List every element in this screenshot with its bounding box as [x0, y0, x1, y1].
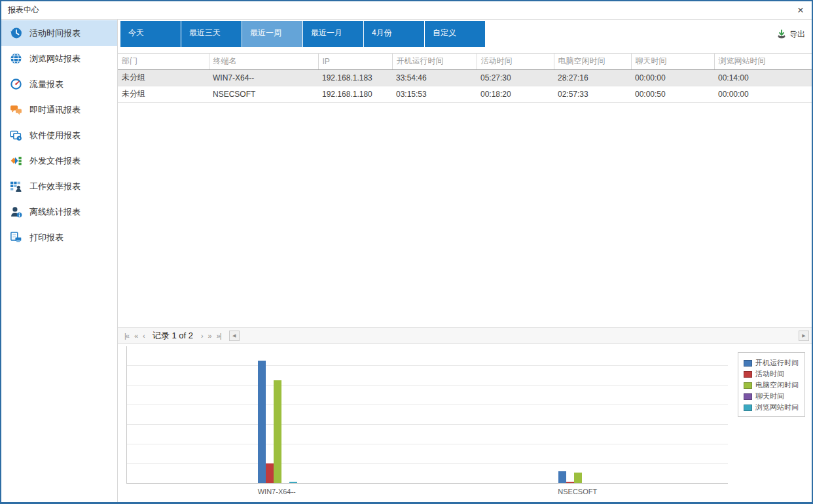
history-icon [9, 27, 22, 40]
sidebar-item-offline-stats-report[interactable]: 离线统计报表 [1, 199, 117, 225]
chart-bar[interactable] [289, 482, 297, 483]
column-header[interactable]: IP [318, 54, 392, 69]
chart-plot-area [126, 346, 728, 484]
first-page-icon[interactable]: |« [122, 332, 132, 340]
table-cell: 00:18:20 [477, 86, 554, 102]
content-area: 今天最近三天最近一周最近一月4月份自定义 导出 部门 [118, 20, 812, 502]
table-cell: 192.168.1.183 [318, 69, 392, 86]
sidebar-item-label: 外发文件报表 [29, 155, 81, 167]
sidebar-item-label: 工作效率报表 [29, 181, 81, 192]
legend-item: 开机运行时间 [744, 357, 799, 369]
legend-label: 浏览网站时间 [755, 403, 799, 412]
column-header[interactable]: 电脑空闲时间 [554, 54, 631, 69]
scroll-left-icon[interactable]: ◀ [229, 331, 240, 341]
outgoing-files-icon [9, 154, 22, 168]
sidebar-item-outgoing-files-report[interactable]: 外发文件报表 [1, 148, 117, 173]
sidebar-item-label: 软件使用报表 [29, 130, 81, 141]
legend-swatch [744, 405, 752, 411]
download-icon [776, 29, 787, 39]
titlebar: 报表中心 × [1, 1, 812, 20]
record-count: 记录 1 of 2 [153, 330, 193, 342]
legend-item: 电脑空闲时间 [744, 380, 799, 391]
activity-time-bar-chart: 开机运行时间活动时间电脑空闲时间聊天时间浏览网站时间 WIN7-X64--NSE… [118, 344, 812, 502]
column-header[interactable]: 部门 [118, 54, 209, 69]
fast-next-page-icon[interactable]: » [206, 332, 214, 340]
prev-page-icon[interactable]: ‹ [140, 332, 147, 340]
table-cell: 00:14:00 [714, 69, 812, 86]
table-cell: NSECSOFT [209, 86, 318, 102]
chart-legend: 开机运行时间活动时间电脑空闲时间聊天时间浏览网站时间 [738, 352, 805, 417]
table-cell: 00:00:00 [714, 86, 812, 102]
next-page-icon[interactable]: › [198, 332, 206, 340]
date-range-tabs: 今天最近三天最近一周最近一月4月份自定义 导出 [118, 20, 812, 53]
sidebar-item-label: 活动时间报表 [29, 27, 81, 39]
legend-item: 活动时间 [744, 369, 799, 380]
chart-bar[interactable] [574, 473, 582, 483]
column-header[interactable]: 终端名 [209, 54, 318, 69]
sidebar-item-label: 浏览网站报表 [29, 53, 81, 65]
sidebar-item-traffic-report[interactable]: 流量报表 [1, 71, 117, 97]
table-cell: 00:00:50 [631, 86, 714, 102]
sidebar-item-browse-website-report[interactable]: 浏览网站报表 [1, 46, 117, 71]
pagination-bar: |« « ‹ 记录 1 of 2 › » »| ◀ ▶ [118, 327, 812, 344]
column-header[interactable]: 活动时间 [477, 54, 554, 69]
scroll-right-icon[interactable]: ▶ [799, 331, 809, 341]
table-row[interactable]: 未分组WIN7-X64--192.168.1.18333:54:4605:27:… [118, 69, 812, 86]
gauge-icon [9, 78, 22, 91]
chart-bar[interactable] [258, 361, 266, 483]
tab-today[interactable]: 今天 [120, 21, 181, 47]
legend-item: 聊天时间 [744, 391, 799, 402]
sidebar-item-label: 流量报表 [29, 79, 63, 90]
sidebar-item-work-efficiency-report[interactable]: 工作效率报表 [1, 173, 117, 199]
column-header[interactable]: 开机运行时间 [392, 54, 477, 69]
table-cell: 00:00:00 [631, 69, 714, 86]
tab-custom[interactable]: 自定义 [425, 21, 485, 47]
table-cell: 未分组 [118, 86, 209, 102]
chart-bar[interactable] [274, 380, 281, 483]
chart-bar[interactable] [266, 463, 274, 483]
tab-last-week[interactable]: 最近一周 [242, 21, 302, 47]
table-cell: 33:54:46 [392, 69, 477, 86]
chart-bar[interactable] [566, 482, 574, 483]
table-cell: 02:57:33 [554, 86, 631, 102]
legend-swatch [744, 360, 752, 367]
sidebar-item-label: 打印报表 [29, 232, 63, 243]
tab-last-month[interactable]: 最近一月 [303, 21, 363, 47]
legend-label: 聊天时间 [755, 391, 784, 401]
legend-swatch [744, 371, 752, 378]
table-row[interactable]: 未分组NSECSOFT192.168.1.18003:15:5300:18:20… [118, 86, 812, 102]
print-icon [9, 231, 22, 244]
legend-swatch [744, 393, 752, 400]
table-cell: 192.168.1.180 [318, 86, 392, 102]
sidebar-item-label: 离线统计报表 [29, 206, 81, 218]
tab-april[interactable]: 4月份 [364, 21, 424, 47]
software-icon [9, 129, 22, 142]
table-header-row: 部门终端名IP开机运行时间活动时间电脑空闲时间聊天时间浏览网站时间 [118, 54, 812, 69]
offline-stats-icon [9, 206, 22, 219]
empty-area [118, 103, 812, 328]
x-axis-label: WIN7-X64-- [258, 488, 296, 495]
legend-label: 电脑空闲时间 [755, 380, 799, 390]
sidebar-item-print-report[interactable]: 打印报表 [1, 225, 117, 250]
last-page-icon[interactable]: »| [214, 332, 224, 340]
chart-bar[interactable] [558, 471, 566, 483]
export-button[interactable]: 导出 [776, 27, 805, 41]
column-header[interactable]: 聊天时间 [631, 54, 714, 69]
close-icon[interactable]: × [797, 5, 804, 16]
legend-swatch [744, 382, 752, 389]
table-cell: 28:27:16 [554, 69, 631, 86]
sidebar-item-activity-time-report[interactable]: 活动时间报表 [1, 20, 117, 46]
bar-group-WIN7-X64-- [258, 361, 297, 483]
tab-last-3days[interactable]: 最近三天 [181, 21, 242, 47]
sidebar-item-instant-messaging-report[interactable]: 即时通讯报表 [1, 97, 117, 122]
sidebar: 活动时间报表浏览网站报表流量报表即时通讯报表软件使用报表外发文件报表工作效率报表… [1, 20, 118, 502]
chat-icon [9, 103, 22, 117]
export-label: 导出 [789, 29, 805, 40]
report-center-window: 报表中心 × 活动时间报表浏览网站报表流量报表即时通讯报表软件使用报表外发文件报… [0, 0, 813, 504]
sidebar-item-software-usage-report[interactable]: 软件使用报表 [1, 122, 117, 148]
globe-icon [9, 52, 22, 65]
fast-prev-page-icon[interactable]: « [132, 332, 140, 340]
column-header[interactable]: 浏览网站时间 [714, 54, 812, 69]
x-axis-label: NSECSOFT [558, 488, 597, 495]
efficiency-icon [9, 180, 22, 193]
